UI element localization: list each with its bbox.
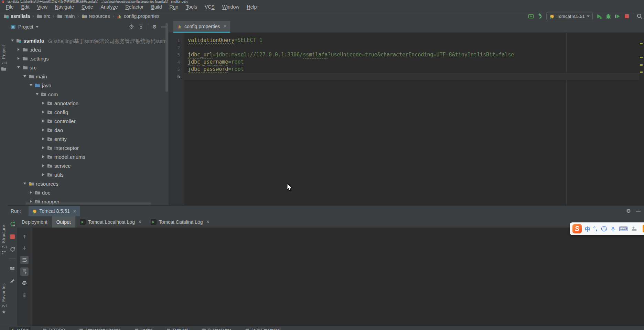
breadcrumb-item-src[interactable]: src	[37, 13, 51, 19]
ime-chinese-mode-icon[interactable]: 中	[585, 225, 590, 232]
breadcrumb-item-config-properties[interactable]: config.properties	[117, 13, 160, 19]
coverage-button[interactable]	[614, 13, 621, 19]
code-line-1[interactable]: validationQuery=SELECT 1	[184, 37, 639, 44]
code-line-2[interactable]	[184, 44, 639, 51]
tree-item--idea[interactable]: .idea	[8, 45, 169, 54]
error-stripe-mark[interactable]	[640, 64, 643, 66]
run-tab-tomcat-catalina-log[interactable]: Tomcat Catalina Log✕	[146, 216, 214, 228]
tree-item-interceptor[interactable]: interceptor	[8, 143, 169, 152]
close-icon[interactable]: ✕	[223, 24, 227, 29]
build-hammer-icon[interactable]	[537, 13, 543, 19]
close-icon[interactable]: ✕	[206, 219, 210, 224]
tree-item-model-enums[interactable]: model.enums	[8, 152, 169, 161]
chevron-expanded-icon[interactable]	[23, 183, 27, 185]
error-stripe-mark[interactable]	[640, 43, 643, 44]
stripe-button-1-project[interactable]: 1: Project	[0, 45, 8, 72]
tree-item-java[interactable]: java	[8, 81, 169, 90]
tree-item-annotation[interactable]: annotation	[8, 99, 169, 108]
pin-icon[interactable]	[8, 277, 17, 285]
chevron-collapsed-icon[interactable]	[29, 191, 33, 194]
locate-file-icon[interactable]	[129, 24, 134, 30]
down-stacktrace-icon[interactable]	[20, 244, 29, 252]
stop-button[interactable]	[624, 13, 630, 19]
soft-wrap-icon[interactable]	[20, 256, 29, 264]
ime-mic-icon[interactable]	[610, 226, 616, 232]
chevron-collapsed-icon[interactable]	[41, 146, 45, 149]
menu-tools[interactable]: Tools	[182, 3, 201, 11]
project-tool-window-header[interactable]: Project ⚙ —	[8, 21, 169, 33]
menu-window[interactable]: Window	[218, 3, 243, 11]
run-tab-output[interactable]: Output	[52, 216, 75, 228]
tool-window-button-java-enterprise[interactable]: Java Enterprise	[243, 327, 282, 330]
menu-file[interactable]: File	[2, 3, 18, 11]
error-stripe-mark[interactable]	[640, 57, 643, 58]
console-output-area[interactable]	[32, 228, 644, 326]
menu-analyze[interactable]: Analyze	[97, 3, 122, 11]
editor-body[interactable]: 123456 validationQuery=SELECT 1jdbc_url=…	[169, 33, 644, 205]
debug-button[interactable]	[605, 13, 611, 19]
tree-item-config[interactable]: config	[8, 108, 169, 117]
tree-item--settings[interactable]: .settings	[8, 54, 169, 63]
chevron-down-icon[interactable]	[36, 26, 39, 28]
tool-window-button-6-todo[interactable]: 6: TODO	[40, 327, 68, 330]
close-icon[interactable]: ✕	[73, 209, 77, 214]
tree-item-controller[interactable]: controller	[8, 117, 169, 125]
editor-tab-config-properties[interactable]: config.properties ✕	[173, 21, 230, 33]
update-application-icon[interactable]	[8, 245, 17, 253]
run-dashboard-icon[interactable]	[528, 13, 534, 19]
menu-edit[interactable]: Edit	[18, 3, 33, 11]
stripe-button-2-favorites[interactable]: 2: Favorites★	[0, 283, 8, 315]
code-line-6[interactable]	[184, 73, 639, 80]
tool-window-button-0-messages[interactable]: 0: Messages	[200, 327, 234, 330]
tree-item-main[interactable]: main	[8, 72, 169, 81]
tool-window-button-application-servers[interactable]: Application Servers	[77, 327, 123, 330]
deployment-view-icon[interactable]	[8, 264, 17, 272]
tree-item-service[interactable]: service	[8, 161, 169, 170]
breadcrumb-item-ssmilafa[interactable]: ssmilafa	[3, 13, 30, 19]
editor-code[interactable]: validationQuery=SELECT 1jdbc_url=jdbc:my…	[184, 33, 639, 205]
chevron-collapsed-icon[interactable]	[41, 138, 45, 140]
chevron-collapsed-icon[interactable]	[41, 164, 45, 167]
ime-toolbox-icon[interactable]	[643, 225, 644, 232]
breadcrumb-item-resources[interactable]: resources	[82, 13, 110, 19]
scroll-to-end-icon[interactable]	[20, 267, 29, 276]
chevron-expanded-icon[interactable]	[10, 40, 14, 42]
chevron-collapsed-icon[interactable]	[17, 48, 21, 51]
tree-vertical-scrollbar[interactable]	[165, 23, 168, 92]
run-configuration-select[interactable]: Tomcat 8.5.51	[546, 12, 593, 20]
chevron-collapsed-icon[interactable]	[41, 111, 45, 113]
tree-item-src[interactable]: src	[8, 63, 169, 72]
gear-icon[interactable]: ⚙	[152, 24, 157, 30]
rerun-icon[interactable]	[8, 220, 17, 228]
tree-item-resources[interactable]: resources	[8, 179, 169, 188]
menu-vcs[interactable]: VCS	[201, 3, 218, 11]
collapse-all-icon[interactable]	[138, 24, 144, 30]
ime-account-icon[interactable]: 21	[631, 226, 637, 232]
chevron-collapsed-icon[interactable]	[17, 57, 21, 60]
error-stripe-mark[interactable]	[640, 72, 643, 73]
chevron-expanded-icon[interactable]	[29, 84, 33, 86]
clear-console-icon[interactable]	[20, 291, 29, 299]
ime-keyboard-icon[interactable]: ⌨	[619, 225, 628, 232]
hide-panel-icon[interactable]: —	[161, 24, 166, 30]
chevron-expanded-icon[interactable]	[23, 75, 27, 77]
menu-help[interactable]: Help	[243, 3, 261, 11]
menu-code[interactable]: Code	[78, 3, 97, 11]
tree-item-utils[interactable]: utils	[8, 170, 169, 179]
menu-view[interactable]: View	[33, 3, 51, 11]
chevron-collapsed-icon[interactable]	[41, 129, 45, 131]
ime-punctuation-icon[interactable]: °,	[593, 226, 598, 232]
tree-item-dao[interactable]: dao	[8, 125, 169, 134]
menu-refactor[interactable]: Refactor	[121, 3, 147, 11]
code-line-3[interactable]: jdbc_url=jdbc:mysql://127.0.0.1:3306/ssm…	[184, 51, 639, 58]
up-stacktrace-icon[interactable]	[20, 232, 29, 241]
gear-icon[interactable]: ⚙	[626, 208, 631, 214]
chevron-collapsed-icon[interactable]	[41, 102, 45, 104]
tree-horizontal-scrollbar[interactable]	[25, 202, 151, 205]
chevron-collapsed-icon[interactable]	[41, 120, 45, 122]
chevron-collapsed-icon[interactable]	[41, 173, 45, 176]
print-icon[interactable]	[20, 279, 29, 287]
tree-item-entity[interactable]: entity	[8, 134, 169, 143]
run-tab-tomcat-localhost-log[interactable]: Tomcat Localhost Log✕	[75, 216, 146, 228]
hide-panel-icon[interactable]: —	[636, 208, 641, 214]
